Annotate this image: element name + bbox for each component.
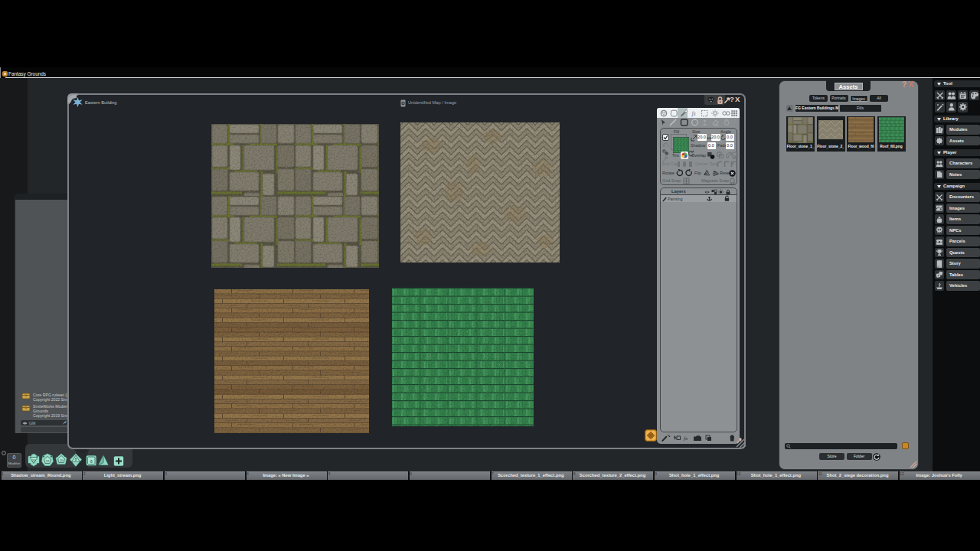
svg-text:10: 10 bbox=[60, 458, 64, 462]
svg-text:fx: fx bbox=[684, 435, 688, 442]
svg-text:12: 12 bbox=[46, 459, 50, 463]
svg-text:fx: fx bbox=[692, 110, 697, 116]
svg-text:6: 6 bbox=[90, 459, 93, 464]
svg-text:a: a bbox=[733, 154, 737, 158]
svg-text:20: 20 bbox=[32, 458, 36, 462]
